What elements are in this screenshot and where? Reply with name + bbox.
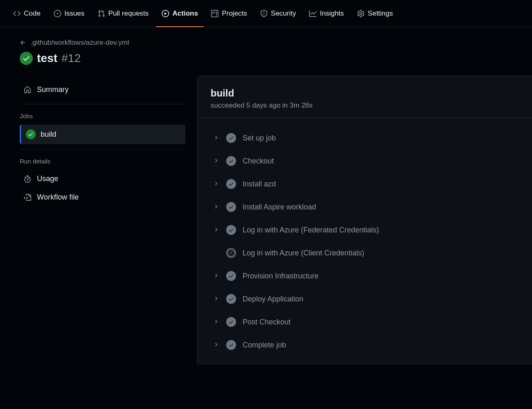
step-name: Log in with Azure (Federated Credentials… — [243, 226, 379, 234]
step-name: Install azd — [243, 180, 276, 188]
nav-pull-requests-label: Pull requests — [108, 9, 149, 18]
sidebar-summary-label: Summary — [37, 85, 69, 94]
step-status-success-icon — [226, 225, 236, 235]
run-name: test — [37, 52, 57, 65]
nav-projects[interactable]: Projects — [204, 6, 253, 21]
run-details-heading: Run details — [20, 154, 186, 170]
nav-actions[interactable]: Actions — [155, 6, 204, 21]
step-item[interactable]: Install Aspire workload — [206, 195, 524, 218]
step-name: Provision Infrastructure — [243, 272, 319, 280]
step-item[interactable]: Log in with Azure (Federated Credentials… — [206, 218, 524, 241]
workflow-run-header: .github/workflows/azure-dev.yml test #12 — [0, 27, 532, 73]
step-name: Complete job — [243, 341, 286, 349]
detail-title: build — [211, 87, 519, 99]
detail-header: build succeeded 5 days ago in 3m 28s — [197, 76, 532, 118]
nav-insights[interactable]: Insights — [303, 6, 351, 21]
step-status-success-icon — [226, 133, 236, 143]
job-name: build — [41, 130, 56, 139]
code-icon — [13, 10, 21, 17]
chevron-right-icon — [213, 181, 220, 187]
step-name: Checkout — [243, 157, 274, 165]
step-item[interactable]: Provision Infrastructure — [206, 264, 524, 287]
step-status-skipped-icon — [226, 248, 236, 258]
back-arrow-icon — [20, 39, 26, 46]
step-status-success-icon — [226, 156, 236, 166]
projects-icon — [211, 10, 218, 17]
nav-actions-label: Actions — [172, 9, 198, 18]
nav-security-label: Security — [271, 9, 296, 18]
sidebar-usage[interactable]: Usage — [20, 170, 186, 188]
nav-code-label: Code — [24, 9, 41, 18]
sidebar-workflow-file-label: Workflow file — [37, 193, 79, 202]
step-name: Deploy Application — [243, 295, 303, 303]
breadcrumb[interactable]: .github/workflows/azure-dev.yml — [20, 39, 512, 47]
insights-icon — [309, 10, 316, 17]
step-item[interactable]: Complete job — [206, 333, 524, 356]
step-name: Log in with Azure (Client Credentials) — [243, 249, 364, 257]
sidebar: Summary Jobs build Run details Usage Wor… — [8, 73, 197, 365]
main-content: Summary Jobs build Run details Usage Wor… — [0, 73, 532, 365]
nav-settings[interactable]: Settings — [351, 6, 399, 21]
sidebar-summary[interactable]: Summary — [20, 80, 186, 99]
nav-pull-requests[interactable]: Pull requests — [91, 6, 155, 21]
step-item[interactable]: Checkout — [206, 149, 524, 172]
status-success-icon — [20, 52, 33, 65]
run-title: test #12 — [20, 52, 512, 65]
chevron-right-icon — [213, 342, 220, 348]
chevron-right-icon — [213, 204, 220, 210]
top-navigation: Code Issues Pull requests Actions Projec… — [0, 0, 532, 27]
chevron-right-icon — [213, 296, 220, 302]
chevron-right-icon — [213, 227, 220, 233]
steps-list: Set up job Checkout Install azd Install … — [197, 118, 532, 365]
actions-icon — [162, 10, 169, 17]
detail-panel: build succeeded 5 days ago in 3m 28s Set… — [197, 76, 532, 365]
step-status-success-icon — [226, 340, 236, 350]
step-name: Set up job — [243, 134, 276, 142]
nav-insights-label: Insights — [320, 9, 344, 18]
sidebar-divider — [20, 104, 186, 104]
step-item[interactable]: Set up job — [206, 126, 524, 149]
sidebar-usage-label: Usage — [37, 175, 58, 183]
chevron-right-icon — [213, 319, 220, 325]
step-status-success-icon — [226, 294, 236, 304]
chevron-right-icon — [213, 273, 220, 279]
step-name: Post Checkout — [243, 318, 291, 326]
settings-icon — [357, 10, 365, 17]
sidebar-divider — [20, 149, 186, 149]
detail-subtitle: succeeded 5 days ago in 3m 28s — [211, 101, 519, 110]
breadcrumb-path: .github/workflows/azure-dev.yml — [30, 39, 129, 47]
step-item[interactable]: Log in with Azure (Client Credentials) — [206, 241, 524, 264]
job-status-success-icon — [26, 129, 36, 139]
nav-issues[interactable]: Issues — [47, 6, 91, 21]
step-status-success-icon — [226, 317, 236, 327]
step-status-success-icon — [226, 179, 236, 189]
step-item[interactable]: Install azd — [206, 172, 524, 195]
pull-requests-icon — [98, 10, 105, 17]
nav-projects-label: Projects — [222, 9, 247, 18]
sidebar-workflow-file[interactable]: Workflow file — [20, 188, 186, 207]
security-icon — [260, 10, 268, 17]
jobs-heading: Jobs — [20, 109, 186, 124]
step-name: Install Aspire workload — [243, 203, 316, 211]
chevron-right-icon — [213, 158, 220, 164]
step-status-success-icon — [226, 202, 236, 212]
step-item[interactable]: Deploy Application — [206, 287, 524, 310]
nav-settings-label: Settings — [368, 9, 393, 18]
job-item-build[interactable]: build — [20, 124, 186, 144]
step-item[interactable]: Post Checkout — [206, 310, 524, 333]
nav-security[interactable]: Security — [254, 6, 303, 21]
chevron-right-icon — [213, 135, 220, 141]
nav-issues-label: Issues — [64, 9, 85, 18]
step-status-success-icon — [226, 271, 236, 281]
run-number: #12 — [62, 52, 81, 65]
nav-code[interactable]: Code — [7, 6, 47, 21]
issues-icon — [54, 10, 61, 17]
